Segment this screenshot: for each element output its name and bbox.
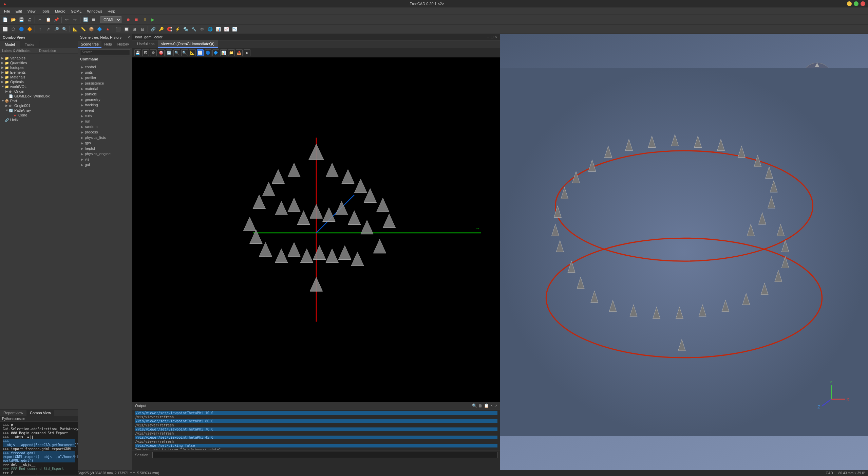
vt-settings[interactable]: ⚙: [150, 49, 157, 56]
tab-help[interactable]: Help: [101, 41, 115, 48]
tb2-btn19[interactable]: 🔑: [157, 25, 165, 33]
output-close-icon[interactable]: ×: [490, 403, 493, 408]
command-item-persistence[interactable]: ▶persistence: [78, 80, 132, 86]
output-copy-icon[interactable]: 📋: [484, 403, 489, 408]
viewer-maximize[interactable]: □: [491, 35, 493, 39]
minimize-button[interactable]: −: [847, 1, 852, 6]
tree-item[interactable]: 🔗Helix: [0, 117, 78, 122]
tab-history[interactable]: History: [115, 41, 132, 48]
tree-item[interactable]: ▶⊕Origin001: [0, 103, 78, 108]
tab-useful-tips[interactable]: Useful tips: [134, 40, 158, 48]
tb2-btn18[interactable]: 🔗: [149, 25, 157, 33]
undo-button[interactable]: ↩: [63, 16, 71, 23]
command-item-units[interactable]: ▶units: [78, 70, 132, 75]
tb2-btn7[interactable]: 🔎: [53, 25, 60, 33]
vt-measure[interactable]: 📐: [189, 49, 196, 56]
vt-open[interactable]: 📁: [228, 49, 235, 56]
vt-chart[interactable]: 📊: [220, 49, 227, 56]
new-button[interactable]: 📄: [1, 16, 9, 23]
menu-item-edit[interactable]: Edit: [13, 8, 25, 14]
paste-button[interactable]: 📌: [53, 16, 60, 23]
menu-item-windows[interactable]: Windows: [84, 8, 105, 14]
tree-item[interactable]: ▶📁Materials: [0, 75, 78, 79]
command-item-cuts[interactable]: ▶cuts: [78, 113, 132, 118]
command-item-heptst[interactable]: ▶heptst: [78, 146, 132, 151]
command-item-gps[interactable]: ▶gps: [78, 140, 132, 146]
tb2-btn10[interactable]: 📏: [79, 25, 87, 33]
stop-button[interactable]: ⏹: [133, 16, 140, 23]
command-item-physics_engine[interactable]: ▶physics_engine: [78, 151, 132, 157]
command-item-control[interactable]: ▶control: [78, 64, 132, 70]
copy-button[interactable]: 📋: [44, 16, 52, 23]
command-item-physics_lists[interactable]: ▶physics_lists: [78, 135, 132, 140]
tb2-btn15[interactable]: 🔲: [122, 25, 130, 33]
tab-viewer0[interactable]: viewer-0 (OpenGLImmediateQt): [158, 40, 218, 48]
tb2-btn16[interactable]: ⊞: [131, 25, 138, 33]
tab-tasks[interactable]: Tasks: [20, 41, 39, 48]
vt-play[interactable]: ▶: [244, 49, 250, 56]
close-button[interactable]: ×: [861, 1, 865, 6]
tb2-btn4[interactable]: 🔶: [26, 25, 33, 33]
save-button[interactable]: 💾: [18, 16, 25, 23]
tree-item[interactable]: ▶📁Isotopes: [0, 65, 78, 70]
tb2-btn28[interactable]: 📉: [231, 25, 238, 33]
command-item-process[interactable]: ▶process: [78, 129, 132, 135]
session-input[interactable]: [152, 452, 497, 458]
tree-item[interactable]: ▼📁worldVOL: [0, 84, 78, 89]
python-console[interactable]: >>> # Gui.Selection.addSelection('PathAr…: [0, 422, 78, 475]
print-button[interactable]: 🖨: [26, 16, 33, 23]
command-item-vis[interactable]: ▶vis: [78, 157, 132, 162]
tb2-btn25[interactable]: 🌐: [206, 25, 214, 33]
menu-item-view[interactable]: View: [25, 8, 38, 14]
play-button[interactable]: ▶: [149, 16, 156, 23]
output-expand-icon[interactable]: ↗: [494, 403, 497, 408]
tree-item[interactable]: ▼🔄PathArray: [0, 108, 78, 113]
tb2-btn3[interactable]: 🔵: [18, 25, 25, 33]
tree-item[interactable]: ▶📁Variables: [0, 56, 78, 60]
command-item-random[interactable]: ▶random: [78, 124, 132, 129]
model-tree[interactable]: ▶📁Variables▶📁Quantities▶📁Isotopes▶📁Eleme…: [0, 54, 78, 421]
cut-button[interactable]: ✂: [36, 16, 44, 23]
menu-item-help[interactable]: Help: [105, 8, 118, 14]
vt-wire[interactable]: 🔷: [212, 49, 219, 56]
viewer-close[interactable]: ×: [495, 35, 497, 39]
tree-item[interactable]: 📄GDMLBox_WorldBox: [0, 94, 78, 98]
tb2-btn12[interactable]: 🔷: [96, 25, 103, 33]
scene-search-input[interactable]: [80, 49, 130, 55]
tree-item[interactable]: ▶📁Elements: [0, 70, 78, 75]
tb2-btn9[interactable]: 📐: [71, 25, 79, 33]
command-item-particle[interactable]: ▶particle: [78, 91, 132, 97]
tb2-btn11[interactable]: 📦: [88, 25, 95, 33]
vt-save[interactable]: 💾: [134, 49, 141, 56]
geant4-viewer[interactable]: →: [132, 57, 500, 402]
tb2-btn20[interactable]: 🧲: [166, 25, 173, 33]
tb2-btn5[interactable]: ↑: [36, 25, 44, 33]
menu-item-macro[interactable]: Macro: [52, 8, 68, 14]
vt-blue[interactable]: 🔵: [205, 49, 211, 56]
vt-zoom-out[interactable]: 🔍: [181, 49, 188, 56]
tb2-btn27[interactable]: 📈: [223, 25, 230, 33]
record-button[interactable]: ⏺: [125, 16, 132, 23]
output-search-icon[interactable]: 🔍: [472, 403, 477, 408]
vt-zoom-in[interactable]: 🔍: [173, 49, 180, 56]
tree-item[interactable]: 🔺Cone: [0, 113, 78, 117]
tb2-btn2[interactable]: ⬡: [10, 25, 17, 33]
tab-report-view[interactable]: Report view: [0, 410, 26, 416]
3d-viewport[interactable]: TOP FRONT rIGHT: [500, 34, 868, 470]
command-item-geometry[interactable]: ▶geometry: [78, 97, 132, 102]
refresh-button[interactable]: 🔄: [82, 16, 89, 23]
command-item-gui[interactable]: ▶gui: [78, 162, 132, 167]
viewer-minimize[interactable]: −: [487, 35, 489, 39]
vt-send[interactable]: 📤: [236, 49, 243, 56]
menu-item-file[interactable]: File: [1, 8, 13, 14]
menu-item-tools[interactable]: Tools: [38, 8, 52, 14]
command-item-tracking[interactable]: ▶tracking: [78, 102, 132, 108]
command-item-run[interactable]: ▶run: [78, 118, 132, 124]
redo-button[interactable]: ↪: [71, 16, 79, 23]
tb2-btn14[interactable]: ⬛: [114, 25, 122, 33]
tb2-btn26[interactable]: 📊: [214, 25, 222, 33]
tb2-btn1[interactable]: ⬜: [1, 25, 9, 33]
command-item-event[interactable]: ▶event: [78, 108, 132, 113]
scene-panel-close[interactable]: ×: [128, 35, 130, 40]
tab-scene-tree[interactable]: Scene tree: [78, 41, 101, 48]
